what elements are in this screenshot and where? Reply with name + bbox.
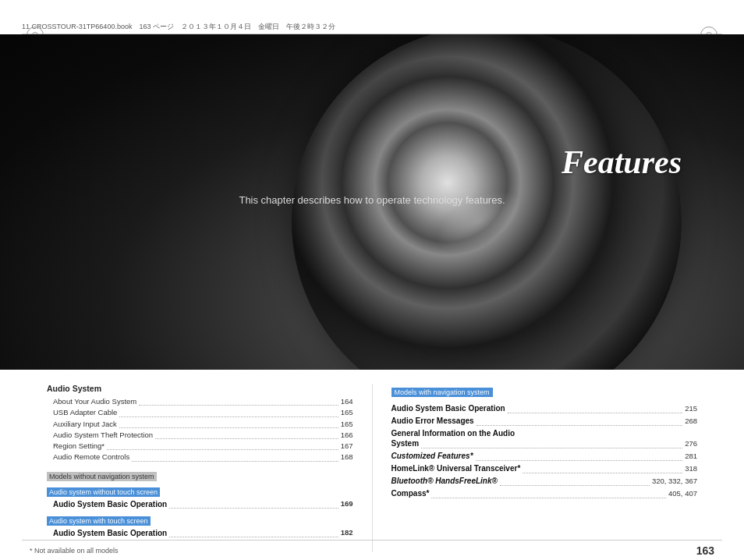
right-toc-label-sub: System (391, 438, 420, 450)
right-toc-item: Audio Error Messages 268 (391, 415, 698, 427)
toc-dots (155, 428, 338, 439)
toc-label: USB Adapter Cable (53, 407, 117, 418)
toc-label: Region Setting* (53, 441, 105, 452)
toc-page: 168 (341, 452, 353, 463)
features-title: Features (562, 144, 682, 181)
right-toc-page: 318 (685, 463, 697, 475)
left-column: Audio System About Your Audio System 164… (47, 384, 369, 552)
toc-label: Audio Remote Controls (53, 452, 129, 463)
toc-page: 165 (341, 407, 353, 418)
toc-dots (169, 497, 338, 509)
hero-section: Features This chapter describes how to o… (0, 34, 744, 370)
toc-bold-item-2: Audio System Basic Operation 182 (47, 527, 353, 539)
footnote: * Not available on all models (30, 547, 119, 555)
audio-system-title: Audio System (47, 384, 353, 393)
toc-dots (139, 395, 338, 406)
dots (421, 436, 682, 448)
toc-bold-item-1: Audio System Basic Operation 169 (47, 498, 353, 510)
toc-bold-label: Audio System Basic Operation (53, 498, 167, 510)
toc-item: Audio Remote Controls 168 (47, 452, 353, 463)
column-divider (372, 384, 373, 552)
header-bar: 11 CROSSTOUR-31TP66400.book 163 ページ ２０１３… (22, 22, 722, 34)
right-toc-label: Compass* (391, 487, 430, 500)
toc-dots (132, 450, 338, 461)
toc-page: 166 (341, 430, 353, 441)
toc-dots (107, 439, 338, 450)
right-toc-page: 268 (685, 415, 697, 427)
dots (431, 486, 666, 498)
right-toc-label: Customized Features* (391, 450, 473, 463)
right-toc-page: 215 (685, 402, 697, 415)
toc-page: 167 (341, 441, 353, 452)
toc-label: Auxiliary Input Jack (53, 419, 117, 430)
dots (477, 413, 682, 426)
bottom-bar: * Not available on all models 163 (22, 540, 722, 560)
models-with-nav-label: Models with navigation system (391, 388, 493, 397)
dots (508, 401, 682, 413)
toc-page: 165 (341, 419, 353, 430)
page-number: 163 (696, 544, 714, 557)
dots (500, 473, 650, 486)
right-toc-page: 281 (685, 450, 697, 463)
audio-system-touch-label: Audio system with touch screen (47, 516, 151, 526)
right-column: Models with navigation system Audio Syst… (376, 384, 698, 552)
right-toc-label: Audio Error Messages (391, 415, 474, 427)
toc-dots (169, 526, 338, 537)
toc-bold-label: Audio System Basic Operation (53, 527, 167, 539)
dots (523, 461, 682, 473)
models-without-nav-label: Models without navigation system (47, 472, 157, 481)
toc-page: 169 (341, 498, 353, 510)
features-subtitle: This chapter describes how to operate te… (0, 194, 744, 206)
dots (476, 448, 683, 461)
toc-dots (119, 417, 338, 428)
right-toc-page: 405, 407 (668, 487, 697, 500)
toc-dots (119, 406, 338, 416)
header-text: 11 CROSSTOUR-31TP66400.book 163 ページ ２０１３… (22, 22, 335, 32)
right-toc-block: General Information on the Audio System … (391, 429, 698, 450)
content-area: Audio System About Your Audio System 164… (0, 370, 744, 560)
toc-page: 182 (341, 527, 353, 539)
right-toc-page: 276 (685, 438, 697, 450)
toc-page: 164 (341, 396, 353, 407)
right-toc-item: Compass* 405, 407 (391, 487, 698, 500)
audio-system-no-touch-label: Audio system without touch screen (47, 487, 160, 497)
